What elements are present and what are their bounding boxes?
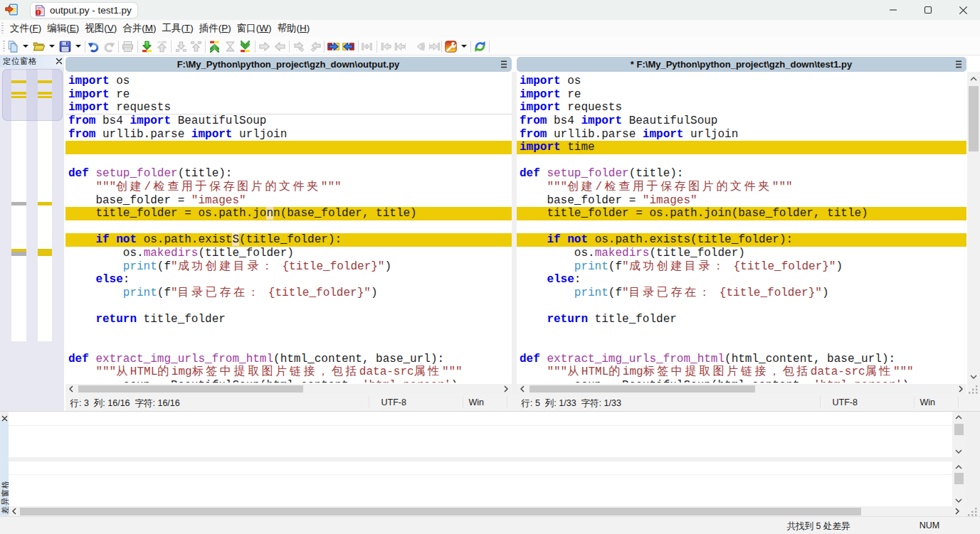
toolbar-gripper[interactable]: [1, 23, 4, 34]
code-line-diff[interactable]: if not os.path.exists(title_folder):: [517, 233, 966, 247]
menu-T[interactable]: 工具(T): [160, 20, 196, 37]
location-band-diff[interactable]: [11, 80, 26, 83]
toolbar-gripper[interactable]: [3, 41, 5, 52]
next-difference-button[interactable]: [141, 41, 153, 53]
scroll-down-arrow[interactable]: [952, 496, 966, 505]
code-line[interactable]: def setup_folder(title):: [517, 167, 966, 181]
pane-splitter[interactable]: [512, 72, 517, 394]
diff-detail-left-text[interactable]: [9, 412, 966, 457]
code-line[interactable]: """创建/检查用于保存图片的文件夹""": [517, 181, 966, 194]
copy-lines-left-button[interactable]: [380, 41, 392, 53]
code-line[interactable]: base_folder = "images": [517, 194, 966, 208]
first-difference-button[interactable]: [209, 41, 221, 53]
diff-detail-right-text[interactable]: [9, 461, 966, 506]
undo-button[interactable]: [88, 41, 100, 53]
code-line[interactable]: os.makedirs(title_folder): [517, 247, 966, 260]
code-line-diff[interactable]: import time: [517, 141, 966, 154]
scrollbar-thumb[interactable]: [954, 424, 964, 435]
code-line[interactable]: print(f"成功创建目录： {title_folder}"): [517, 260, 966, 274]
code-line[interactable]: [517, 339, 966, 353]
scroll-right-arrow[interactable]: [957, 384, 965, 394]
code-line-diff[interactable]: title_folder = os.path.jonn(base_folder,…: [65, 207, 512, 220]
location-band-diff[interactable]: [38, 96, 52, 99]
left-horizontal-scrollbar[interactable]: [65, 384, 512, 394]
location-visible-area[interactable]: [2, 69, 63, 121]
scrollbar-thumb[interactable]: [954, 473, 964, 484]
code-line[interactable]: soup = BeautifulSoup(html_content, 'html…: [517, 379, 966, 383]
previous-conflict-button[interactable]: [190, 41, 202, 53]
scroll-left-arrow[interactable]: [10, 506, 19, 518]
copy-lines-left-all-button[interactable]: [394, 41, 406, 53]
menu-P[interactable]: 插件(P): [197, 20, 233, 37]
copy-right-button[interactable]: [258, 41, 270, 53]
copy-all-right-button[interactable]: [327, 41, 339, 53]
location-band-diff[interactable]: [38, 80, 52, 83]
right-horizontal-scrollbar[interactable]: [517, 384, 966, 394]
refresh-button[interactable]: [474, 41, 486, 53]
code-line[interactable]: print(f"目录已存在： {title_folder}"): [517, 287, 966, 300]
menu-W[interactable]: 窗口(W): [235, 20, 274, 37]
code-line[interactable]: import re: [65, 88, 512, 102]
code-line[interactable]: [65, 299, 512, 313]
save-dropdown[interactable]: [75, 41, 82, 53]
document-tab[interactable]: output.py - test1.py: [30, 2, 138, 18]
code-line[interactable]: else:: [65, 273, 512, 287]
code-line[interactable]: """创建/检查用于保存图片的文件夹""": [65, 181, 512, 194]
resize-grip[interactable]: [967, 384, 980, 394]
code-line[interactable]: print(f"目录已存在： {title_folder}"): [65, 287, 512, 300]
auto-merge-button[interactable]: [361, 41, 373, 53]
save-button[interactable]: [59, 41, 71, 53]
diff-detail-horizontal-scrollbar[interactable]: [9, 506, 980, 518]
scroll-right-arrow[interactable]: [502, 384, 510, 394]
copy-left-button[interactable]: [274, 41, 286, 53]
pane-menu-icon[interactable]: [501, 60, 507, 68]
code-line-diff[interactable]: title_folder = os.path.join(base_folder,…: [517, 207, 966, 220]
options-dropdown[interactable]: [460, 41, 468, 53]
location-band-ghost[interactable]: [11, 202, 26, 205]
previous-difference-button[interactable]: [156, 41, 168, 53]
last-difference-button[interactable]: [239, 41, 251, 53]
code-line[interactable]: import requests: [517, 101, 966, 114]
code-line[interactable]: import os: [517, 75, 966, 88]
code-line[interactable]: import os: [65, 75, 512, 88]
options-button[interactable]: [445, 41, 457, 53]
close-button[interactable]: [947, 0, 979, 20]
scroll-up-arrow[interactable]: [967, 74, 980, 84]
menu-H[interactable]: 帮助(H): [275, 20, 312, 37]
open-button[interactable]: [33, 41, 45, 53]
code-line[interactable]: [517, 154, 966, 168]
horizontal-scrollbar-thumb[interactable]: [20, 508, 861, 516]
vertical-scrollbar-thumb[interactable]: [969, 86, 979, 151]
code-line[interactable]: """从HTML的img标签中提取图片链接，包括data-src属性""": [517, 365, 966, 379]
scroll-up-arrow[interactable]: [952, 463, 966, 471]
code-line[interactable]: from bs4 import BeautifulSoup: [65, 114, 512, 128]
code-line[interactable]: base_folder = "images": [65, 194, 512, 208]
copy-right-advance-button[interactable]: [293, 41, 305, 53]
code-line[interactable]: [65, 154, 512, 168]
code-line[interactable]: os.makedirs(title_folder): [65, 247, 512, 260]
code-line[interactable]: soup = BeautifulSoup(html_content, 'html…: [65, 379, 512, 383]
resize-grip[interactable]: [968, 508, 978, 516]
copy-lines-right-all-button[interactable]: [428, 41, 441, 53]
code-line[interactable]: from bs4 import BeautifulSoup: [517, 114, 966, 128]
code-line[interactable]: def extract_img_urls_from_html(html_cont…: [65, 353, 512, 366]
copy-all-left-button[interactable]: [342, 41, 354, 53]
diff-pane-close-button[interactable]: [1, 412, 9, 421]
code-line[interactable]: [517, 326, 966, 339]
right-code-editor[interactable]: import osimport reimport requestsfrom bs…: [517, 72, 966, 383]
next-conflict-button[interactable]: [175, 41, 187, 53]
code-line[interactable]: return title_folder: [65, 313, 512, 326]
current-difference-button[interactable]: [224, 41, 236, 53]
vertical-scrollbar[interactable]: [967, 72, 980, 384]
code-line[interactable]: import re: [517, 88, 966, 102]
code-line[interactable]: return title_folder: [517, 313, 966, 326]
scroll-up-arrow[interactable]: [952, 413, 966, 422]
print-button[interactable]: [122, 41, 134, 53]
left-code-editor[interactable]: import osimport reimport requestsfrom bs…: [65, 72, 512, 383]
horizontal-scrollbar-thumb[interactable]: [78, 385, 303, 393]
code-line[interactable]: def setup_folder(title):: [65, 167, 512, 181]
code-line[interactable]: import requests: [65, 101, 512, 114]
left-file-header[interactable]: F:\My_Python\python_project\gzh_down\out…: [65, 57, 512, 72]
diff-detail-scrollbar[interactable]: [952, 461, 966, 506]
location-band-diff[interactable]: [38, 92, 52, 95]
